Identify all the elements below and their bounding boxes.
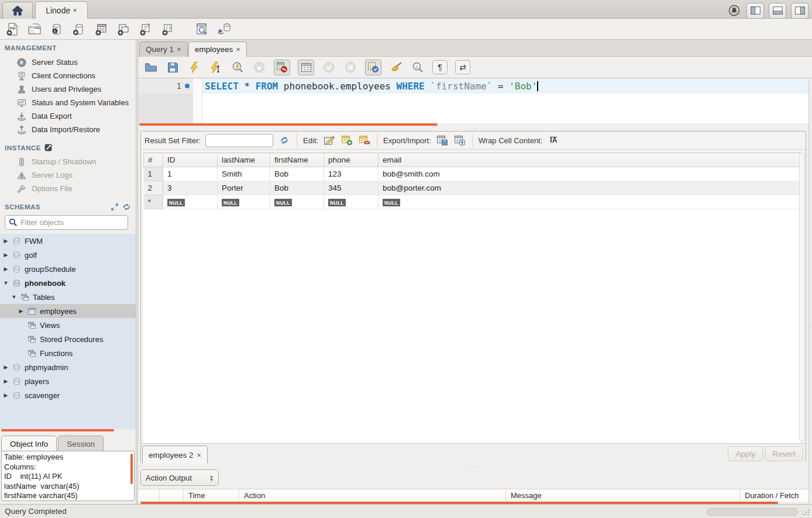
autocommit-toggle-button[interactable]	[365, 60, 381, 75]
execute-current-button[interactable]	[209, 60, 223, 74]
cell-email[interactable]: bob@porter.com	[379, 181, 802, 195]
chevron-right-icon[interactable]: ▶	[3, 252, 9, 258]
object-info-vscrollbar-thumb[interactable]	[130, 454, 133, 484]
cell-id[interactable]: 3	[163, 181, 218, 195]
create-function-button[interactable]: ()	[160, 22, 176, 37]
chevron-right-icon[interactable]: ▶	[3, 392, 9, 398]
apply-button[interactable]: Apply	[728, 446, 763, 461]
open-sql-file-button[interactable]: SQL	[27, 22, 42, 37]
tree-item-groupschedule[interactable]: ▶ groupSchedule	[0, 262, 136, 276]
rollback-button[interactable]	[343, 60, 357, 74]
cell-null[interactable]: NULL	[379, 195, 802, 209]
beautify-button[interactable]	[389, 60, 403, 74]
tab-object-info[interactable]: Object Info	[1, 436, 57, 451]
wrap-text-button[interactable]: ⇄	[455, 60, 470, 74]
tree-item-stored-procedures[interactable]: Stored Procedures	[0, 332, 136, 346]
create-procedure-button[interactable]	[138, 22, 153, 37]
tab-query-1[interactable]: Query 1 ×	[139, 42, 188, 57]
sidebar-item-server-status[interactable]: Server Status	[0, 56, 136, 69]
sidebar-item-startup-shutdown[interactable]: Startup / Shutdown	[0, 155, 136, 168]
col-header-id[interactable]: ID	[163, 153, 218, 167]
tree-item-scavenger[interactable]: ▶ scavenger	[0, 388, 136, 402]
result-grid-toggle-button[interactable]	[298, 60, 314, 75]
cell-null[interactable]: NULL	[270, 195, 324, 209]
tree-item-phonebook[interactable]: ▼ phonebook	[0, 276, 136, 290]
cell-phone[interactable]: 345	[324, 181, 379, 195]
import-records-button[interactable]	[453, 134, 466, 147]
sidebar-item-options-file[interactable]: Options File	[0, 182, 136, 195]
db-inspector-button[interactable]: i	[49, 22, 64, 37]
close-icon[interactable]: ×	[236, 45, 240, 54]
chevron-down-icon[interactable]: ▼	[11, 294, 17, 300]
sidebar-item-users-privileges[interactable]: Users and Privileges	[0, 82, 136, 96]
sidebar-item-client-connections[interactable]: Client Connections	[0, 69, 136, 82]
cell-firstname[interactable]: Bob	[270, 167, 324, 181]
right-panel-splitter[interactable]: ···	[808, 80, 812, 518]
tab-session[interactable]: Session	[58, 436, 104, 451]
tree-item-phpmyadmin[interactable]: ▶ phpmyadmin	[0, 360, 136, 374]
cell-null[interactable]: NULL	[218, 195, 270, 209]
toggle-left-sidebar-button[interactable]	[746, 3, 764, 19]
col-header-firstname[interactable]: firstName	[270, 153, 324, 167]
create-view-button[interactable]	[116, 22, 131, 37]
close-icon[interactable]: ×	[73, 6, 77, 15]
editor-results-splitter[interactable]: ···	[138, 126, 812, 131]
chevron-down-icon[interactable]: ▼	[3, 280, 9, 286]
table-row[interactable]: 2 3 Porter Bob 345 bob@porter.com	[144, 181, 802, 195]
cell-lastname[interactable]: Porter	[218, 181, 270, 195]
connection-tab-linode[interactable]: Linode ×	[35, 1, 88, 19]
table-row[interactable]: 1 1 Smith Bob 123 bob@smith.com	[144, 167, 802, 181]
execute-button[interactable]	[187, 60, 201, 74]
editor-hscrollbar-thumb[interactable]	[139, 123, 438, 126]
stop-button[interactable]	[252, 60, 266, 74]
new-row-placeholder[interactable]: * NULL NULL NULL NULL NULL	[144, 195, 802, 209]
refresh-schemas-icon[interactable]	[122, 203, 131, 211]
new-query-tab-button[interactable]: SQL	[5, 22, 20, 37]
sidebar-item-status-system-variables[interactable]: Status and System Variables	[0, 96, 136, 109]
tree-item-views[interactable]: Views	[0, 318, 136, 332]
sidebar-hscrollbar-thumb[interactable]	[1, 429, 114, 431]
tab-employees-2[interactable]: employees 2 ×	[142, 446, 208, 464]
save-script-button[interactable]	[166, 60, 180, 74]
chevron-right-icon[interactable]: ▶	[3, 378, 9, 384]
sidebar-item-data-import[interactable]: Data Import/Restore	[0, 123, 136, 136]
chevron-right-icon[interactable]: ▶	[3, 266, 9, 272]
schema-filter-input[interactable]	[20, 218, 124, 227]
create-table-button[interactable]	[94, 22, 109, 37]
tree-item-tables[interactable]: ▼ Tables	[0, 290, 136, 304]
search-objects-button[interactable]	[194, 22, 209, 37]
tree-item-players[interactable]: ▶ players	[0, 374, 136, 388]
tree-item-fwm[interactable]: ▶ FWM	[0, 234, 136, 248]
col-header-rownum[interactable]: #	[144, 153, 163, 167]
chevron-right-icon[interactable]: ▶	[3, 238, 9, 244]
cell-firstname[interactable]: Bob	[270, 181, 324, 195]
close-icon[interactable]: ×	[177, 45, 181, 54]
invisible-chars-button[interactable]: ¶	[432, 60, 448, 74]
export-recordset-button[interactable]	[436, 134, 449, 147]
output-col-duration[interactable]: Duration / Fetch	[740, 489, 812, 502]
output-col-action[interactable]: Action	[239, 489, 506, 502]
refresh-button[interactable]	[278, 134, 291, 147]
explain-button[interactable]	[230, 60, 245, 74]
chevron-right-icon[interactable]: ▶	[18, 308, 24, 314]
close-icon[interactable]: ×	[197, 451, 202, 460]
toggle-right-sidebar-button[interactable]	[791, 3, 808, 19]
sidebar-item-data-export[interactable]: Data Export	[0, 109, 136, 123]
tree-item-golf[interactable]: ▶ golf	[0, 248, 136, 262]
open-script-button[interactable]	[144, 60, 158, 74]
cell-phone[interactable]: 123	[324, 167, 379, 181]
tab-employees[interactable]: employees ×	[188, 42, 247, 57]
chevron-right-icon[interactable]: ▶	[3, 364, 9, 370]
delete-row-button[interactable]	[358, 134, 371, 147]
create-schema-button[interactable]	[71, 22, 87, 37]
sql-code-line[interactable]: SELECT * FROM phonebook.employees WHERE …	[202, 78, 812, 94]
cell-null[interactable]: NULL	[163, 195, 218, 209]
wrap-cell-content-toggle[interactable]: IA	[547, 134, 560, 147]
col-header-lastname[interactable]: lastName	[218, 153, 270, 167]
toggle-output-area-button[interactable]	[769, 3, 786, 19]
tree-item-functions[interactable]: Functions	[0, 346, 136, 360]
sidebar-item-server-logs[interactable]: Server Logs	[0, 168, 136, 182]
sql-editor[interactable]: 1 SELECT * FROM phonebook.employees WHER…	[138, 78, 812, 123]
col-header-phone[interactable]: phone	[324, 153, 379, 167]
output-col-message[interactable]: Message	[506, 489, 740, 502]
